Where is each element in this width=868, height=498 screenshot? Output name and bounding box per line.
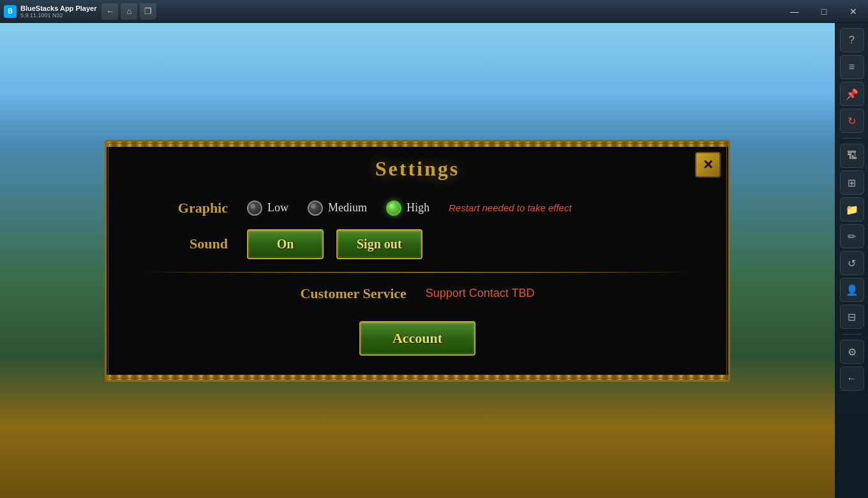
window-controls: — □ ✕ (780, 0, 868, 23)
graphic-label: Graphic (145, 200, 247, 216)
sidebar-divider-1 (842, 138, 862, 139)
dialog-border-bottom (107, 375, 728, 380)
arrow-back-button[interactable]: ← (840, 366, 864, 391)
sidebar-divider-2 (842, 334, 862, 335)
help-button[interactable]: ? (840, 28, 864, 52)
dialog-title: Settings (375, 157, 460, 180)
window-button[interactable]: ❐ (140, 3, 156, 20)
back-button[interactable]: ← (101, 3, 118, 20)
radio-low-label: Low (267, 201, 288, 215)
radio-medium-circle (308, 200, 323, 216)
close-window-button[interactable]: ✕ (839, 0, 868, 23)
settings-button[interactable]: ⚙ (840, 340, 864, 364)
account-button[interactable]: Account (359, 321, 475, 356)
layers-button[interactable]: ⊞ (840, 170, 864, 195)
right-sidebar: ? ≡ 📌 ↻ 🏗 ⊞ 📁 ✏ ↺ 👤 ⊟ ⚙ ← (835, 23, 868, 498)
radio-low-circle (247, 200, 262, 216)
stack-button[interactable]: ⊟ (840, 305, 864, 329)
radio-medium[interactable]: Medium (308, 200, 367, 216)
sound-row: Sound On Sign out (145, 229, 690, 259)
radio-high-circle (386, 200, 401, 216)
menu-button[interactable]: ≡ (840, 55, 864, 79)
dialog-header: Settings ✕ (107, 147, 728, 187)
customer-service-row: Customer Service Support Contact TBD (145, 285, 690, 302)
dialog-divider (145, 272, 690, 273)
sound-on-button[interactable]: On (247, 229, 324, 259)
dialog-content: Graphic Low Medium High (107, 187, 728, 375)
dialog-close-button[interactable]: ✕ (695, 152, 721, 177)
folder-button[interactable]: 📁 (840, 197, 864, 222)
radio-group-graphic: Low Medium High (247, 200, 430, 216)
graphic-row: Graphic Low Medium High (145, 200, 690, 216)
pin-button[interactable]: 📌 (840, 82, 864, 106)
rotate-button[interactable]: ↺ (840, 251, 864, 275)
graphic-controls: Low Medium High Restart needed to take e… (247, 200, 690, 216)
nav-buttons: ← ⌂ ❐ (96, 3, 161, 20)
sound-label: Sound (145, 236, 247, 252)
radio-high-label: High (407, 201, 430, 215)
home-button[interactable]: ⌂ (121, 3, 137, 20)
settings-dialog: Settings ✕ Graphic Low Medium (105, 140, 730, 382)
customer-service-label: Customer Service (300, 285, 406, 302)
radio-high[interactable]: High (386, 200, 430, 216)
sound-controls: On Sign out (247, 229, 690, 259)
refresh-button[interactable]: ↻ (840, 109, 864, 133)
app-icon: B (4, 5, 17, 18)
support-contact-text: Support Contact TBD (426, 287, 535, 300)
sign-out-button[interactable]: Sign out (336, 229, 423, 259)
radio-medium-label: Medium (328, 201, 367, 215)
radio-low[interactable]: Low (247, 200, 288, 216)
brush-button[interactable]: ✏ (840, 224, 864, 248)
account-row: Account (145, 321, 690, 356)
app-version: 5.9.11.1001 N32 (20, 12, 96, 19)
person-button[interactable]: 👤 (840, 278, 864, 302)
minimize-button[interactable]: — (780, 0, 809, 23)
dialog-border-top (107, 142, 728, 147)
maximize-button[interactable]: □ (809, 0, 839, 23)
dialog-overlay: Settings ✕ Graphic Low Medium (0, 23, 835, 498)
app-name: BlueStacks App Player (20, 4, 96, 12)
titlebar: B BlueStacks App Player 5.9.11.1001 N32 … (0, 0, 868, 23)
restart-notice: Restart needed to take effect (449, 202, 572, 213)
build-button[interactable]: 🏗 (840, 144, 864, 168)
